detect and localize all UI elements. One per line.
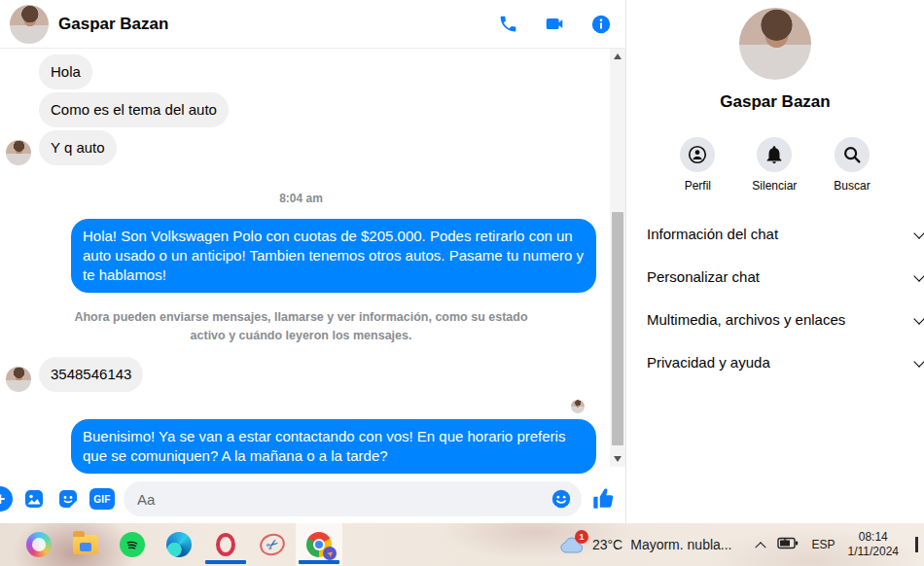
message-row: Hola! Son Volkswagen Polo con cuotas de … (6, 219, 596, 293)
messenger-window: Gaspar Bazan Hola (0, 0, 924, 566)
timestamp: 8:04 am (6, 192, 596, 205)
chevron-down-icon (913, 228, 924, 238)
chevron-down-icon (913, 270, 924, 281)
sent-message-bubble[interactable]: Buenisimo! Ya se van a estar contactando… (71, 419, 596, 474)
search-icon[interactable] (835, 137, 870, 172)
weather-cloud-icon: 1 (559, 534, 585, 555)
section-chat-info[interactable]: Información del chat (647, 212, 924, 255)
taskbar-edge-icon[interactable] (156, 523, 202, 566)
chat-column: Gaspar Bazan Hola (0, 0, 626, 523)
active-app-indicator (205, 560, 246, 564)
chevron-down-icon (913, 356, 924, 367)
received-message-bubble[interactable]: 3548546143 (39, 357, 143, 392)
mute-bell-icon[interactable] (757, 137, 792, 172)
profile-button[interactable]: Perfil (680, 137, 715, 193)
message-row: Buenisimo! Ya se van a estar contactando… (6, 419, 596, 474)
show-desktop-divider[interactable] (915, 537, 918, 552)
notification-badge: 1 (575, 530, 588, 544)
scroll-up-arrow-icon[interactable] (610, 49, 625, 64)
section-customize-chat[interactable]: Personalizar chat (647, 255, 924, 298)
taskbar-chrome-icon[interactable]: ➤ (296, 523, 342, 566)
chat-title[interactable]: Gaspar Bazan (58, 15, 168, 34)
sent-message-bubble[interactable]: Hola! Son Volkswagen Polo con cuotas de … (71, 219, 596, 293)
avatar[interactable] (6, 367, 31, 392)
message-input[interactable] (137, 491, 549, 508)
show-hidden-icons-icon[interactable] (756, 542, 766, 552)
section-media-files-links[interactable]: Multimedia, archivos y enlaces (647, 298, 924, 340)
received-message-bubble[interactable]: Como es el tema del auto (39, 92, 229, 127)
video-call-icon[interactable] (544, 14, 565, 35)
chat-details-panel: Gaspar Bazan Perfil Silenciar (626, 0, 924, 523)
profile-button-label: Perfil (685, 179, 711, 193)
mute-button-label: Silenciar (752, 179, 797, 193)
chat-settings-sections: Información del chat Personalizar chat M… (626, 212, 924, 383)
message-list[interactable]: Hola Como es el tema del auto Y q auto 8… (0, 49, 625, 475)
chat-header: Gaspar Bazan (0, 0, 625, 49)
system-notice: Ahora pueden enviarse mensajes, llamarse… (73, 308, 530, 345)
language-indicator[interactable]: ESP (811, 538, 835, 551)
taskbar-spotify-icon[interactable] (109, 523, 156, 566)
search-button[interactable]: Buscar (834, 137, 870, 193)
image-icon[interactable] (21, 486, 47, 512)
taskbar-apps: ✂ ➤ (16, 523, 342, 566)
gif-icon[interactable]: GIF (89, 488, 115, 510)
seen-indicator (6, 400, 596, 413)
taskbar-snipping-tool-icon[interactable]: ✂ (249, 523, 296, 566)
message-row: 3548546143 (6, 357, 596, 392)
weather-widget[interactable]: 1 23°C Mayorm. nubla... (559, 534, 732, 555)
scrollbar-track[interactable] (610, 64, 625, 451)
sticker-icon[interactable] (55, 486, 81, 512)
scroll-down-arrow-icon[interactable] (610, 451, 625, 467)
time-label: 08:14 (848, 530, 900, 545)
received-message-bubble[interactable]: Hola (39, 54, 92, 89)
info-icon[interactable] (590, 14, 612, 35)
taskbar-opera-icon[interactable] (202, 523, 249, 566)
section-privacy-help[interactable]: Privacidad y ayuda (647, 340, 924, 383)
windows-taskbar: ✂ ➤ 1 23°C Mayorm. nubla... (0, 523, 924, 566)
system-tray: 1 23°C Mayorm. nubla... ESP 08:14 1/11/2… (559, 523, 924, 566)
chrome-profile-badge-icon: ➤ (323, 547, 337, 560)
thumbs-up-icon[interactable] (590, 486, 616, 512)
weather-condition-label: Mayorm. nubla... (630, 537, 731, 552)
clock[interactable]: 08:14 1/11/2024 (848, 530, 900, 559)
chevron-down-icon (913, 313, 924, 324)
taskbar-file-explorer-icon[interactable] (62, 523, 109, 566)
avatar[interactable] (10, 5, 49, 44)
battery-icon[interactable] (777, 536, 799, 553)
search-button-label: Buscar (834, 179, 870, 193)
emoji-icon[interactable] (549, 486, 574, 512)
message-row: Y q auto (6, 130, 596, 165)
plus-icon[interactable]: + (0, 486, 13, 512)
profile-actions: Perfil Silenciar Buscar (680, 137, 870, 193)
chat-scrollbar[interactable] (610, 49, 625, 467)
received-message-bubble[interactable]: Y q auto (39, 130, 117, 165)
message-row: Hola (6, 54, 596, 89)
profile-icon[interactable] (680, 137, 715, 172)
avatar[interactable] (6, 140, 31, 165)
temperature-label: 23°C (592, 537, 622, 552)
profile-avatar[interactable] (739, 8, 811, 80)
phone-icon[interactable] (497, 14, 518, 35)
message-composer: + GIF (0, 475, 625, 523)
scrollbar-thumb[interactable] (612, 212, 623, 445)
date-label: 1/11/2024 (848, 545, 900, 559)
message-input-pill[interactable] (124, 481, 582, 516)
profile-name: Gaspar Bazan (720, 92, 830, 112)
mute-button[interactable]: Silenciar (752, 137, 797, 193)
message-row: Como es el tema del auto (6, 92, 596, 127)
active-app-indicator (299, 560, 339, 564)
taskbar-copilot-icon[interactable] (16, 523, 62, 566)
seen-avatar (571, 400, 585, 413)
